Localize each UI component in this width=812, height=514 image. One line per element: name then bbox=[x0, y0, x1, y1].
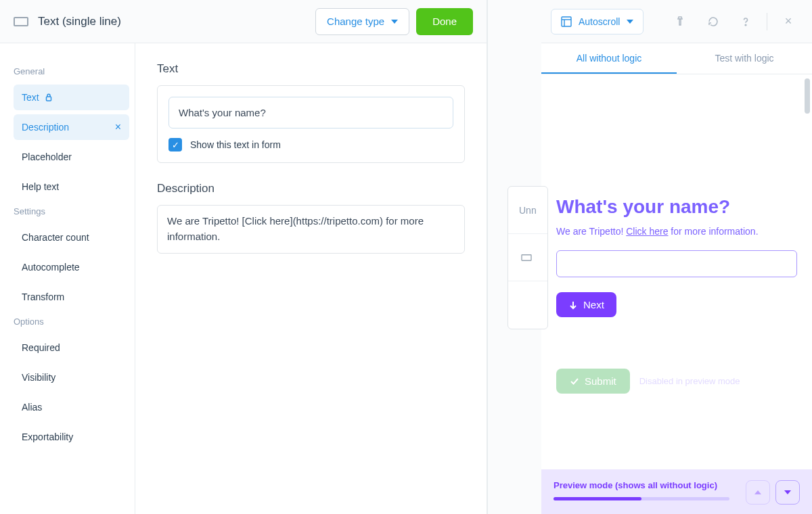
preview-content: What's your name? We are Tripetto! Click… bbox=[541, 74, 812, 469]
sidebar-item-placeholder[interactable]: Placeholder bbox=[14, 144, 129, 170]
text-field-icon bbox=[521, 254, 531, 261]
sidebar-item-visibility[interactable]: Visibility bbox=[14, 365, 129, 390]
chevron-up-icon bbox=[754, 490, 761, 494]
next-button[interactable]: Next bbox=[556, 292, 616, 317]
sidebar-item-label: Exportability bbox=[22, 431, 73, 442]
preview-mode-label: Preview mode (shows all without logic) bbox=[554, 480, 739, 490]
sidebar-item-label: Text bbox=[22, 92, 39, 103]
sidebar-heading-options: Options bbox=[14, 317, 135, 327]
sidebar-item-label: Autocomplete bbox=[22, 262, 80, 273]
tab-all-without-logic[interactable]: All without logic bbox=[541, 43, 677, 74]
next-label: Next bbox=[583, 299, 604, 310]
sidebar-item-exportability[interactable]: Exportability bbox=[14, 424, 129, 450]
close-preview-icon[interactable]: × bbox=[774, 9, 803, 34]
checkbox-checked-icon[interactable]: ✓ bbox=[168, 138, 182, 151]
sidebar-item-text[interactable]: Text bbox=[14, 85, 129, 110]
preview-footer-left: Preview mode (shows all without logic) bbox=[554, 480, 739, 500]
disabled-note: Disabled in preview mode bbox=[639, 376, 740, 386]
editor-header: Text (single line) Change type Done bbox=[0, 0, 487, 43]
section-label-text: Text bbox=[157, 62, 465, 76]
chevron-down-icon bbox=[784, 490, 791, 494]
show-in-form-label: Show this text in form bbox=[190, 139, 281, 150]
check-icon bbox=[570, 377, 579, 386]
close-icon[interactable]: × bbox=[115, 121, 121, 133]
scrollbar[interactable] bbox=[805, 78, 810, 114]
svg-rect-1 bbox=[562, 17, 571, 26]
text-input[interactable] bbox=[168, 97, 453, 128]
submit-label: Submit bbox=[585, 375, 616, 387]
sidebar-item-description[interactable]: Description × bbox=[14, 114, 129, 140]
editor-title-text: Text (single line) bbox=[38, 15, 121, 28]
sidebar-item-label: Alias bbox=[22, 402, 42, 413]
lock-icon bbox=[45, 93, 53, 101]
editor-body: General Text Description × Placeholder H… bbox=[0, 43, 487, 514]
styles-tool-icon[interactable] bbox=[667, 9, 695, 34]
sidebar-item-label: Description bbox=[22, 122, 69, 133]
sidebar-item-label: Required bbox=[22, 342, 60, 353]
sidebar-item-label: Placeholder bbox=[22, 151, 72, 162]
text-card: ✓ Show this text in form bbox=[157, 85, 465, 163]
sidebar-heading-settings: Settings bbox=[14, 206, 135, 216]
svg-rect-0 bbox=[46, 97, 51, 101]
sidebar-item-label: Visibility bbox=[22, 372, 55, 383]
answer-input[interactable] bbox=[556, 250, 797, 277]
preview-footer: Preview mode (shows all without logic) bbox=[541, 469, 812, 514]
sidebar-item-character-count[interactable]: Character count bbox=[14, 225, 129, 250]
pager-next-button[interactable] bbox=[775, 480, 800, 505]
question-desc-link[interactable]: Click here bbox=[626, 226, 668, 237]
chevron-down-icon bbox=[391, 20, 398, 24]
canvas-strip: Unn bbox=[487, 0, 541, 514]
autoscroll-dropdown[interactable]: Autoscroll bbox=[551, 9, 644, 34]
progress-bar bbox=[554, 497, 729, 500]
question-desc-suffix: for more information. bbox=[668, 226, 758, 237]
chevron-down-icon bbox=[627, 20, 633, 24]
section-label-description: Description bbox=[157, 182, 465, 195]
svg-point-5 bbox=[745, 24, 746, 26]
sidebar-item-label: Help text bbox=[22, 181, 59, 192]
pager-prev-button[interactable] bbox=[746, 480, 770, 505]
preview-pane: Autoscroll × All without logic Test with… bbox=[541, 0, 812, 514]
text-field-icon bbox=[14, 17, 28, 26]
sidebar-item-transform[interactable]: Transform bbox=[14, 284, 129, 310]
question-title: What's your name? bbox=[556, 196, 797, 218]
sidebar-item-label: Transform bbox=[22, 291, 64, 302]
editor-pane: Text (single line) Change type Done Gene… bbox=[0, 0, 487, 514]
submit-row: Submit Disabled in preview mode bbox=[556, 369, 797, 394]
question-desc-prefix: We are Tripetto! bbox=[556, 226, 626, 237]
autoscroll-label: Autoscroll bbox=[579, 16, 620, 27]
preview-tabs: All without logic Test with logic bbox=[541, 43, 812, 74]
preview-toolbar: Autoscroll × bbox=[541, 0, 812, 43]
question-description: We are Tripetto! Click here for more inf… bbox=[556, 226, 797, 237]
help-icon[interactable] bbox=[731, 9, 760, 34]
show-in-form-row[interactable]: ✓ Show this text in form bbox=[168, 138, 453, 151]
sidebar-heading-general: General bbox=[14, 66, 135, 76]
submit-button: Submit bbox=[556, 369, 630, 394]
preview-pager bbox=[746, 480, 800, 505]
preview-viewport: What's your name? We are Tripetto! Click… bbox=[541, 74, 812, 469]
done-button[interactable]: Done bbox=[416, 8, 473, 35]
sidebar: General Text Description × Placeholder H… bbox=[0, 43, 135, 514]
layout-icon bbox=[561, 16, 572, 27]
refresh-icon[interactable] bbox=[699, 9, 727, 34]
change-type-button[interactable]: Change type bbox=[315, 8, 409, 35]
toolbar-divider bbox=[767, 13, 767, 30]
svg-rect-4 bbox=[679, 19, 681, 25]
description-textarea[interactable] bbox=[157, 205, 465, 254]
editor-title: Text (single line) bbox=[14, 15, 315, 28]
sidebar-item-alias[interactable]: Alias bbox=[14, 394, 129, 420]
change-type-label: Change type bbox=[327, 16, 384, 27]
progress-fill bbox=[554, 497, 641, 500]
editor-form: Text ✓ Show this text in form Descriptio… bbox=[135, 43, 487, 514]
tab-test-with-logic[interactable]: Test with logic bbox=[677, 43, 812, 74]
sidebar-item-required[interactable]: Required bbox=[14, 335, 129, 360]
arrow-down-icon bbox=[568, 300, 578, 310]
sidebar-item-autocomplete[interactable]: Autocomplete bbox=[14, 254, 129, 280]
sidebar-item-label: Character count bbox=[22, 232, 89, 243]
sidebar-item-help-text[interactable]: Help text bbox=[14, 174, 129, 200]
canvas-row-label: Unn bbox=[519, 205, 537, 216]
